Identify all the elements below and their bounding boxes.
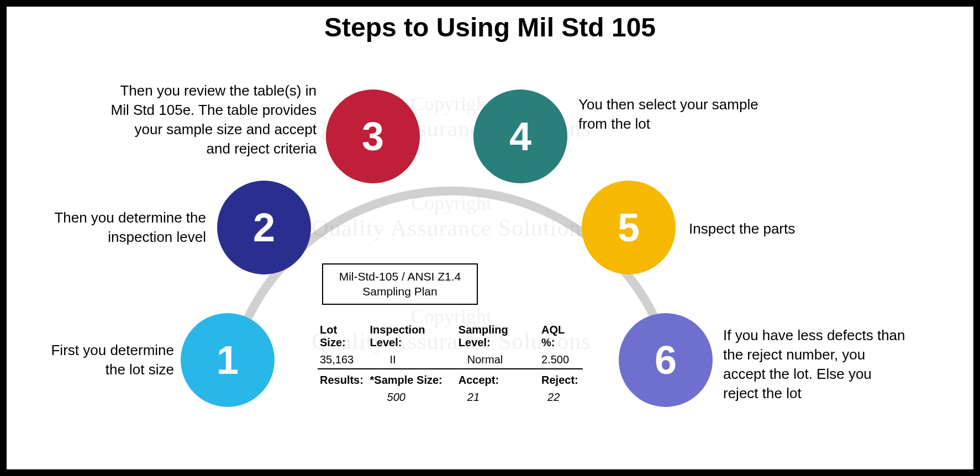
step-number: 1 [217,337,239,383]
inspection-level-label: Inspection Level: [368,321,456,351]
step-circle-3: 3 [326,89,420,183]
step-number: 2 [253,205,275,250]
reject-label: Reject: [539,369,583,389]
step-label-2: Then you determine the inspection level [39,208,206,247]
lot-size-label: Lot Size: [318,321,368,351]
accept-label: Accept: [456,369,539,389]
panel-title: Mil-Std-105 / ANSI Z1.4 Sampling Plan [322,263,478,305]
sample-size-label: *Sample Size: [368,369,456,389]
step-circle-6: 6 [619,313,713,407]
step-label-5: Inspect the parts [689,219,855,239]
aql-label: AQL %: [539,321,583,351]
step-circle-5: 5 [582,181,676,274]
lot-size-value: 35,163 [318,351,368,369]
step-number: 4 [509,114,531,159]
accept-value: 21 [456,389,539,406]
step-label-6: If you have less defects than the reject… [723,326,905,403]
step-circle-1: 1 [181,313,275,407]
sampling-plan-panel: Mil-Std-105 / ANSI Z1.4 Sampling Plan Lo… [318,263,583,406]
step-number: 5 [618,205,640,250]
step-number: 3 [362,114,384,159]
reject-value: 22 [539,389,583,406]
step-circle-2: 2 [217,181,311,274]
step-label-4: You then select your sample from the lot [578,95,772,134]
results-label: Results: [318,369,368,389]
step-label-3: Then you review the table(s) in Mil Std … [110,81,317,158]
sampling-level-label: Sampling Level: [456,321,539,351]
sampling-plan-table: Lot Size: Inspection Level: Sampling Lev… [318,321,583,406]
inspection-level-value: II [368,351,456,369]
step-label-1: First you determine the lot size [31,341,174,379]
sample-size-value: 500 [368,389,456,406]
step-number: 6 [655,337,677,383]
page-title: Steps to Using Mil Std 105 [7,12,973,43]
step-circle-4: 4 [473,89,567,183]
watermark: Copyright Quality Assurance Solutions [286,192,617,241]
sampling-level-value: Normal [456,351,539,369]
aql-value: 2.500 [539,351,583,369]
diagram-frame: Steps to Using Mil Std 105 Copyright Qua… [0,0,980,476]
